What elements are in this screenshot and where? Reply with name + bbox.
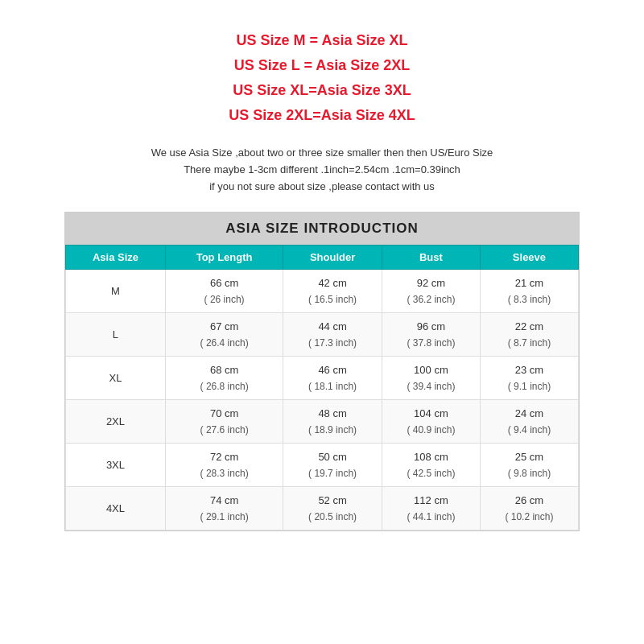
table-cell-topLength: 68 cm( 26.8 inch) [165,357,283,400]
table-row: 4XL74 cm( 29.1 inch)52 cm( 20.5 inch)112… [66,487,579,530]
table-cell-bust: 108 cm( 42.5 inch) [382,444,480,487]
table-cell-size: 2XL [66,400,166,444]
column-header: Bust [382,246,480,270]
table-cell-sleeve: 24 cm( 9.4 inch) [480,400,578,444]
size-equiv-line: US Size XL=Asia Size 3XL [229,82,415,99]
table-cell-sleeve: 22 cm( 8.7 inch) [480,313,578,357]
column-header: Asia Size [66,246,166,270]
table-cell-bust: 104 cm( 40.9 inch) [382,400,480,444]
table-cell-topLength: 70 cm( 27.6 inch) [165,400,283,444]
table-cell-size: XL [66,357,166,400]
table-cell-size: 3XL [66,444,166,487]
size-table: Asia SizeTop LengthShoulderBustSleeve M6… [65,245,579,530]
table-cell-shoulder: 44 cm( 17.3 inch) [283,313,382,357]
table-cell-shoulder: 50 cm( 19.7 inch) [283,444,382,487]
size-equiv-line: US Size 2XL=Asia Size 4XL [229,107,415,124]
table-cell-shoulder: 52 cm( 20.5 inch) [283,487,382,530]
table-cell-sleeve: 21 cm( 8.3 inch) [480,270,578,313]
column-header: Shoulder [283,246,382,270]
size-table-container: ASIA SIZE INTRODUCTION Asia SizeTop Leng… [64,212,580,531]
table-cell-topLength: 74 cm( 29.1 inch) [165,487,283,530]
table-cell-shoulder: 42 cm( 16.5 inch) [283,270,382,313]
table-cell-topLength: 67 cm( 26.4 inch) [165,313,283,357]
table-title: ASIA SIZE INTRODUCTION [65,213,579,245]
column-header: Top Length [165,246,283,270]
table-cell-size: 4XL [66,487,166,530]
table-cell-bust: 96 cm( 37.8 inch) [382,313,480,357]
table-row: M66 cm( 26 inch)42 cm( 16.5 inch)92 cm( … [66,270,579,313]
table-cell-sleeve: 25 cm( 9.8 inch) [480,444,578,487]
table-row: 3XL72 cm( 28.3 inch)50 cm( 19.7 inch)108… [66,444,579,487]
info-text: if you not sure about size ,please conta… [151,180,493,192]
info-section: We use Asia Size ,about two or three siz… [151,147,493,197]
info-text: We use Asia Size ,about two or three siz… [151,147,493,159]
table-cell-bust: 100 cm( 39.4 inch) [382,357,480,400]
size-equivalents: US Size M = Asia Size XLUS Size L = Asia… [229,32,415,132]
table-cell-sleeve: 26 cm( 10.2 inch) [480,487,578,530]
table-row: XL68 cm( 26.8 inch)46 cm( 18.1 inch)100 … [66,357,579,400]
info-text: There maybe 1-3cm different .1inch=2.54c… [151,163,493,175]
column-header: Sleeve [480,246,578,270]
table-row: L67 cm( 26.4 inch)44 cm( 17.3 inch)96 cm… [66,313,579,357]
table-cell-shoulder: 46 cm( 18.1 inch) [283,357,382,400]
table-cell-sleeve: 23 cm( 9.1 inch) [480,357,578,400]
table-header: Asia SizeTop LengthShoulderBustSleeve [66,246,579,270]
table-cell-bust: 92 cm( 36.2 inch) [382,270,480,313]
table-cell-size: L [66,313,166,357]
table-body: M66 cm( 26 inch)42 cm( 16.5 inch)92 cm( … [66,270,579,530]
header-row: Asia SizeTop LengthShoulderBustSleeve [66,246,579,270]
table-cell-topLength: 66 cm( 26 inch) [165,270,283,313]
table-cell-bust: 112 cm( 44.1 inch) [382,487,480,530]
table-row: 2XL70 cm( 27.6 inch)48 cm( 18.9 inch)104… [66,400,579,444]
table-cell-shoulder: 48 cm( 18.9 inch) [283,400,382,444]
size-equiv-line: US Size L = Asia Size 2XL [229,57,415,74]
table-cell-topLength: 72 cm( 28.3 inch) [165,444,283,487]
table-cell-size: M [66,270,166,313]
size-equiv-line: US Size M = Asia Size XL [229,32,415,49]
